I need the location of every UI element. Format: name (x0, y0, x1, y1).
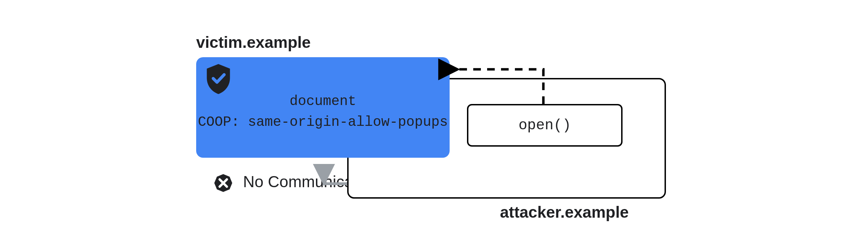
dashed-arrow-icon (0, 0, 868, 252)
diagram-stage: document COOP: same-origin-allow-popups … (0, 0, 868, 252)
